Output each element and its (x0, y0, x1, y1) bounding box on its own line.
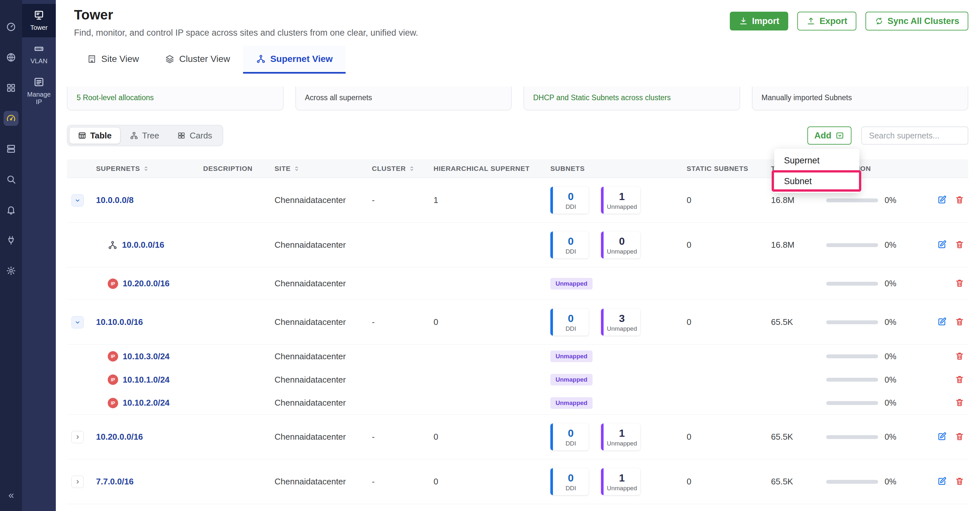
supernet-cell: 10.20.0.0/16 (96, 432, 203, 442)
toolbar-right: Add (807, 127, 968, 144)
network-icon (256, 54, 266, 64)
tab-supernet-view[interactable]: Supernet View (243, 46, 345, 74)
supernet-link[interactable]: 10.10.3.0/24 (123, 351, 170, 362)
edit-button[interactable] (937, 195, 948, 206)
column-header-site[interactable]: SITE (275, 165, 372, 173)
delete-button[interactable] (954, 476, 965, 487)
view-button-label: Tree (142, 131, 159, 141)
cluster-cell: - (372, 195, 434, 205)
rail-item-search[interactable] (3, 172, 19, 187)
ddi-count-card: 0DDI (550, 232, 589, 259)
rail-item-plug[interactable] (3, 233, 19, 248)
table-row: IP10.10.2.0/24ChennaidatacenterUnmapped0… (67, 391, 968, 415)
nav-item-manage-ip[interactable]: Manage IP (22, 71, 56, 111)
supernet-link[interactable]: 10.10.1.0/24 (123, 375, 170, 385)
download-icon (739, 16, 748, 25)
supernet-cell: IP10.10.2.0/24 (96, 398, 203, 408)
view-tree-button[interactable]: Tree (121, 127, 168, 144)
subnets-cell: Unmapped (550, 278, 687, 290)
subnets-cell: 0DDI1Unmapped (550, 187, 687, 214)
expand-cell (67, 194, 96, 206)
rail-item-settings[interactable] (3, 263, 19, 278)
expand-row-button[interactable] (72, 431, 84, 443)
rail-item-bell[interactable] (3, 202, 19, 217)
ddi-count-card: 0DDI (550, 468, 589, 495)
site-cell: Chennaidatacenter (275, 398, 372, 408)
subnets-cell: 0DDI0Unmapped (550, 232, 687, 259)
supernet-link[interactable]: 10.20.0.0/16 (123, 279, 170, 289)
expand-cell (67, 431, 96, 443)
static-subnets-cell: 0 (687, 195, 771, 205)
edit-button[interactable] (937, 432, 948, 443)
rail-item-modules[interactable] (3, 80, 19, 95)
supernet-link[interactable]: 10.10.2.0/24 (123, 398, 170, 408)
sync-icon (875, 16, 884, 25)
nav-item-vlan[interactable]: VLAN (22, 37, 56, 71)
chevron-right-icon (74, 478, 81, 486)
rail-item-servers[interactable] (3, 141, 19, 156)
nav-item-tower[interactable]: Tower (22, 4, 56, 37)
total-ips-cell: 65.5K (771, 317, 826, 327)
edit-icon (937, 317, 947, 327)
subnets-cell: 0DDI1Unmapped (550, 424, 687, 451)
delete-button[interactable] (954, 374, 965, 385)
cluster-cell: - (372, 432, 434, 442)
plug-icon (6, 235, 16, 246)
delete-button[interactable] (954, 317, 965, 328)
site-cell: Chennaidatacenter (275, 317, 372, 327)
rail-item-dashboard[interactable] (3, 19, 19, 34)
module-nav: TowerVLANManage IP (22, 0, 56, 511)
edit-button[interactable] (937, 476, 948, 487)
site-cell: Chennaidatacenter (275, 279, 372, 289)
delete-button[interactable] (954, 195, 965, 206)
supernet-link[interactable]: 10.0.0.0/8 (96, 195, 134, 205)
table-body: 10.0.0.0/8Chennaidatacenter-10DDI1Unmapp… (67, 178, 968, 504)
supernet-link[interactable]: 10.10.0.0/16 (96, 317, 143, 327)
delete-button[interactable] (954, 351, 965, 362)
utilization-bar (826, 282, 878, 286)
delete-button[interactable] (954, 432, 965, 443)
rail-item-globe[interactable] (3, 50, 19, 65)
add-button[interactable]: Add (807, 127, 851, 144)
servers-icon (6, 144, 16, 154)
column-header-subnets: SUBNETS (550, 165, 687, 173)
tab-site-view[interactable]: Site View (74, 46, 152, 74)
cluster-cell: - (372, 477, 434, 487)
search-input[interactable] (861, 127, 968, 144)
menu-item-subnet[interactable]: Subnet (774, 171, 859, 192)
cards-icon (177, 131, 186, 140)
collapse-sidebar-button[interactable] (5, 490, 18, 503)
menu-item-supernet[interactable]: Supernet (774, 150, 859, 171)
supernet-cell: 10.10.0.0/16 (96, 317, 203, 327)
expand-row-button[interactable] (72, 476, 84, 488)
column-header-cluster[interactable]: CLUSTER (372, 165, 434, 173)
unmapped-count-card: 3Unmapped (601, 309, 640, 336)
delete-button[interactable] (954, 240, 965, 251)
supernet-link[interactable]: 10.0.0.0/16 (122, 240, 164, 250)
export-button[interactable]: Export (797, 12, 856, 30)
edit-button[interactable] (937, 240, 948, 251)
trash-icon (955, 240, 964, 249)
tab-cluster-view[interactable]: Cluster View (152, 46, 243, 74)
edit-button[interactable] (937, 317, 948, 328)
delete-button[interactable] (954, 398, 965, 409)
delete-button[interactable] (954, 278, 965, 289)
chevron-down-icon (74, 319, 81, 326)
expand-row-button[interactable] (72, 316, 84, 328)
view-cards-button[interactable]: Cards (169, 127, 221, 144)
expand-row-button[interactable] (72, 194, 84, 206)
view-button-label: Cards (189, 131, 212, 141)
view-table-button[interactable]: Table (69, 127, 120, 144)
sync-all-clusters-button[interactable]: Sync All Clusters (865, 12, 968, 30)
row-actions (924, 195, 968, 206)
row-actions (924, 476, 968, 487)
rail-item-gauge[interactable] (3, 111, 19, 126)
supernet-link[interactable]: 10.20.0.0/16 (96, 432, 143, 442)
column-header-supernets[interactable]: SUPERNETS (96, 165, 203, 173)
supernet-link[interactable]: 7.7.0.0/16 (96, 477, 134, 487)
utilization-cell: 0% (826, 240, 924, 250)
chevron-down-icon (74, 197, 81, 204)
import-button[interactable]: Import (730, 12, 788, 30)
app-root: TowerVLANManage IP Tower Find, monitor, … (0, 0, 980, 511)
utilization-bar (826, 198, 878, 202)
